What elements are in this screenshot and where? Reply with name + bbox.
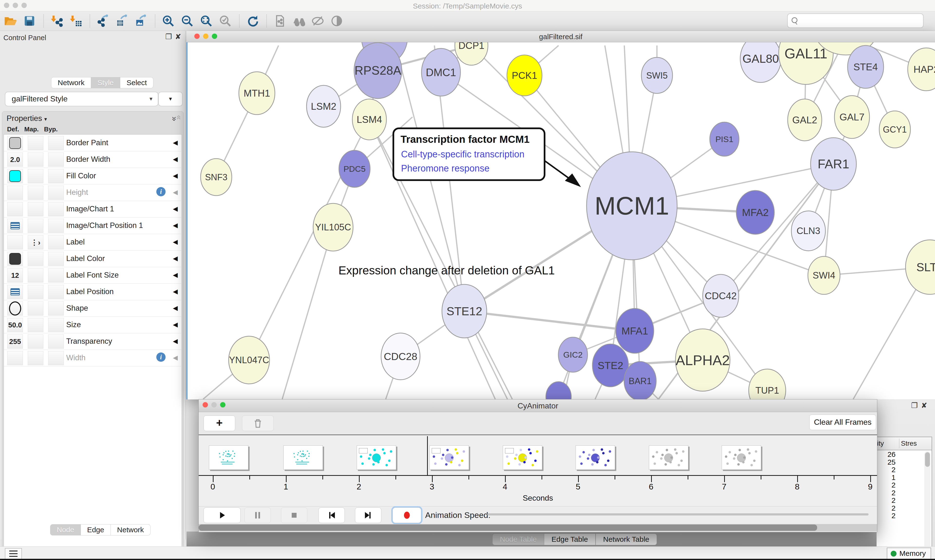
expand-arrow-icon[interactable]: ◀	[173, 205, 178, 212]
default-value-cell[interactable]	[7, 235, 23, 249]
properties-header[interactable]: Properties ▾	[6, 114, 47, 123]
expand-arrow-icon[interactable]: ◀	[173, 222, 178, 229]
property-row-label-font-size[interactable]: 12Label Font Size◀	[4, 267, 181, 284]
expand-arrow-icon[interactable]: ◀	[173, 238, 178, 246]
node-gal2[interactable]: GAL2	[788, 99, 822, 141]
table-row[interactable]: 2	[876, 512, 896, 519]
default-value-cell[interactable]	[7, 285, 23, 299]
node-rps28a[interactable]: RPS28A	[354, 43, 402, 98]
bypass-value-cell[interactable]	[48, 268, 64, 282]
mapping-value-cell[interactable]	[28, 169, 43, 183]
node-cln3[interactable]: CLN3	[792, 211, 825, 251]
table-row[interactable]: 2	[876, 466, 896, 473]
bypass-value-cell[interactable]	[48, 219, 64, 233]
column-header-stress[interactable]: Stres	[901, 440, 917, 448]
property-row-image-chart-position-1[interactable]: Image/Chart Position 1◀	[4, 217, 181, 234]
timeline-frame-4[interactable]	[503, 445, 542, 470]
mapping-value-cell[interactable]	[28, 268, 43, 282]
property-row-image-chart-1[interactable]: Image/Chart 1◀	[4, 201, 181, 217]
search-input[interactable]	[787, 13, 924, 28]
stop-button[interactable]	[281, 508, 307, 523]
mapping-value-cell[interactable]	[28, 302, 43, 315]
mapping-value-cell[interactable]	[28, 136, 43, 150]
style-options-menu-button[interactable]: ▾	[158, 92, 183, 106]
toolbar-show-details-icon[interactable]	[330, 14, 344, 28]
annotation-link-1[interactable]: Cell-type-specific transcription	[401, 149, 525, 160]
table-scrollbar[interactable]	[924, 451, 930, 555]
node-gic2[interactable]: GIC2	[559, 337, 588, 372]
panel-tab-network[interactable]: Network	[111, 524, 150, 535]
add-frame-button[interactable]: +	[204, 415, 235, 431]
node-gcy1[interactable]: GCY1	[879, 111, 910, 148]
record-button[interactable]	[392, 508, 421, 523]
node-ynl047c[interactable]: YNL047C	[228, 336, 270, 384]
toolbar-zoom-selected-icon[interactable]	[218, 14, 232, 28]
cyanimator-titlebar[interactable]: CyAnimator	[199, 400, 877, 412]
toolbar-zoom-out-icon[interactable]	[180, 14, 194, 28]
mapping-value-cell[interactable]	[28, 351, 43, 365]
panel-tab-node[interactable]: Node	[50, 524, 81, 535]
toolbar-import-table-icon[interactable]	[69, 14, 83, 28]
property-row-shape[interactable]: Shape◀	[4, 300, 181, 317]
float-panel-icon[interactable]: ❐	[165, 32, 172, 41]
bypass-value-cell[interactable]	[48, 334, 64, 349]
bypass-value-cell[interactable]	[48, 169, 64, 183]
property-row-label[interactable]: ⋮›Label◀	[4, 234, 181, 251]
table-row[interactable]: 2	[876, 496, 896, 504]
bypass-value-cell[interactable]	[48, 285, 64, 299]
default-value-cell[interactable]: 12	[7, 268, 23, 282]
play-button[interactable]	[204, 508, 241, 523]
expand-arrow-icon[interactable]: ◀	[173, 155, 178, 163]
expand-arrow-icon[interactable]: ◀	[173, 255, 178, 262]
property-row-label-position[interactable]: Label Position◀	[4, 283, 181, 300]
panel-list-button[interactable]	[5, 548, 22, 559]
node-mth1[interactable]: MTH1	[239, 72, 275, 115]
node-dmc1[interactable]: DMC1	[421, 48, 460, 96]
node-swi5[interactable]: SWI5	[641, 57, 673, 94]
toolbar-export-image-icon[interactable]	[134, 14, 148, 28]
toolbar-refresh-view-icon[interactable]	[245, 14, 259, 28]
toolbar-open-session-icon[interactable]	[3, 14, 17, 28]
mapping-value-cell[interactable]	[28, 186, 43, 200]
bypass-value-cell[interactable]	[48, 252, 64, 266]
style-selector-dropdown[interactable]: galFiltered Style▾	[5, 92, 158, 106]
node-ste2[interactable]: STE2	[592, 344, 628, 387]
bottom-tab-node-table[interactable]: Node Table	[492, 534, 544, 545]
tab-style[interactable]: Style	[91, 77, 120, 88]
node-lsm2[interactable]: LSM2	[307, 85, 341, 127]
node-cdc42[interactable]: CDC42	[703, 274, 739, 317]
timeline-frame-3[interactable]	[429, 445, 469, 470]
default-value-cell[interactable]: 50.0	[7, 318, 23, 332]
node-dcp1[interactable]: DCP1	[455, 42, 488, 65]
default-value-cell[interactable]	[7, 351, 23, 365]
node-pis1[interactable]: PIS1	[710, 122, 739, 156]
expand-arrow-icon[interactable]: ◀	[173, 304, 178, 312]
bypass-value-cell[interactable]	[48, 235, 64, 249]
tab-select[interactable]: Select	[120, 77, 153, 88]
mapping-value-cell[interactable]	[28, 318, 43, 332]
node-gal7[interactable]: GAL7	[835, 95, 870, 138]
node-pck1[interactable]: PCK1	[507, 55, 542, 96]
pause-button[interactable]	[244, 508, 271, 523]
property-row-border-width[interactable]: 2.0Border Width◀	[4, 151, 181, 168]
default-value-cell[interactable]	[7, 186, 23, 200]
node-cdc28[interactable]: CDC28	[381, 333, 420, 380]
mapping-value-cell[interactable]: ⋮›	[28, 235, 43, 249]
expand-arrow-icon[interactable]: ◀	[173, 172, 178, 180]
info-icon[interactable]: i	[156, 187, 165, 196]
node-partial[interactable]	[546, 382, 571, 400]
bypass-value-cell[interactable]	[48, 351, 64, 365]
node-far1[interactable]: FAR1	[811, 138, 856, 190]
toolbar-export-table-icon[interactable]	[115, 14, 129, 28]
mapping-value-cell[interactable]	[28, 219, 43, 233]
node-snf3[interactable]: SNF3	[201, 158, 232, 195]
node-bar1[interactable]: BAR1	[624, 362, 656, 400]
expand-collapse-icons[interactable]: »»	[173, 113, 179, 123]
timeline-scrollbar[interactable]	[199, 524, 877, 531]
mapping-value-cell[interactable]	[28, 252, 43, 266]
annotation-link-2[interactable]: Pheromone response	[401, 163, 489, 174]
node-swi4[interactable]: SWI4	[808, 256, 840, 294]
timeline-scrollbar-thumb[interactable]	[199, 525, 817, 531]
node-slt2[interactable]: SLT2	[906, 240, 935, 294]
network-window-titlebar[interactable]: galFiltered.sif	[187, 31, 935, 42]
